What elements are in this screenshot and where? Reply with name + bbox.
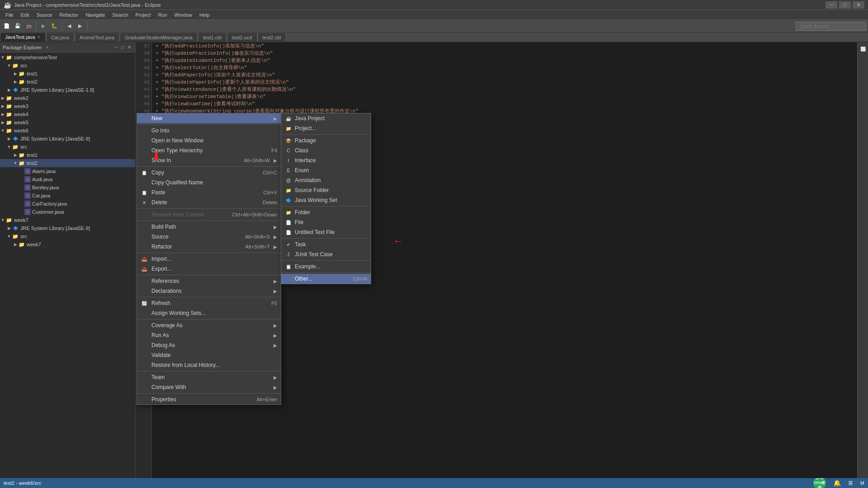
tree-item[interactable]: J Customer.java bbox=[0, 208, 135, 216]
cm-item[interactable]: 📋 Copy Ctrl+C bbox=[137, 168, 281, 178]
menu-navigate[interactable]: Navigate bbox=[82, 10, 108, 19]
cm-item[interactable]: 📋 Paste Ctrl+V bbox=[137, 188, 281, 197]
cm-item[interactable]: Assign Working Sets... bbox=[137, 308, 281, 318]
cm-item[interactable]: Run As ▶ bbox=[137, 330, 281, 340]
tab-javatest[interactable]: JavaTest.java ✕ bbox=[0, 33, 46, 42]
sm-item[interactable]: 📄 File bbox=[281, 217, 371, 227]
tree-item[interactable]: ▶ 📁 week2 bbox=[0, 94, 135, 102]
menu-window[interactable]: Window bbox=[171, 10, 196, 19]
package-explorer-tree[interactable]: ▼ 📁 comprehensiveTest ▼ 📁 src ▶ 📁 test1 … bbox=[0, 52, 135, 478]
menu-refactor[interactable]: Refactor bbox=[56, 10, 82, 19]
cm-item[interactable]: 📥 Import... bbox=[137, 254, 281, 264]
panel-max-btn[interactable]: □ bbox=[120, 44, 125, 50]
cm-item[interactable]: Declarations ▶ bbox=[137, 286, 281, 296]
toolbar-back[interactable]: ◀ bbox=[64, 21, 74, 31]
sm-item[interactable]: ✔ Task bbox=[281, 239, 371, 249]
close-button[interactable]: ✕ bbox=[853, 1, 864, 9]
tree-item[interactable]: J CarFactory.java bbox=[0, 200, 135, 208]
cm-item[interactable]: Build Path ▶ bbox=[137, 222, 281, 232]
tree-item[interactable]: J Car.java bbox=[0, 192, 135, 200]
cm-item[interactable]: Source Alt+Shift+S ▶ bbox=[137, 232, 281, 242]
tab-test2ucd[interactable]: test2.ucd bbox=[227, 33, 257, 42]
tree-item[interactable]: ▶ 📁 week3 bbox=[0, 102, 135, 110]
menu-help[interactable]: Help bbox=[196, 10, 213, 19]
quick-access-input[interactable] bbox=[796, 22, 866, 31]
sm-item[interactable]: J JUnit Test Case bbox=[281, 249, 371, 259]
cm-item[interactable]: 🔄 Refresh F5 bbox=[137, 298, 281, 308]
tab-test1cld[interactable]: test1.cld bbox=[198, 33, 226, 42]
cm-item[interactable]: References ▶ bbox=[137, 276, 281, 286]
sm-item[interactable]: ☕ Java Project bbox=[281, 113, 371, 123]
tab-animaltest[interactable]: AnimalTest.java bbox=[75, 33, 119, 42]
tree-item[interactable]: ▼ 📁 src bbox=[0, 232, 135, 240]
tree-item[interactable]: ▶ 📁 week7 bbox=[0, 240, 135, 249]
tree-item[interactable]: ▶ 📁 test2 bbox=[0, 78, 135, 86]
toolbar-debug[interactable]: 🐛 bbox=[49, 21, 59, 31]
tree-item[interactable]: ▼ 📁 src bbox=[0, 143, 135, 151]
cm-item[interactable]: New ▶ bbox=[137, 113, 281, 123]
tree-item[interactable]: ▶ 📁 week4 bbox=[0, 110, 135, 118]
menu-edit[interactable]: Edit bbox=[17, 10, 33, 19]
cm-item[interactable]: Refactor Alt+Shift+T ▶ bbox=[137, 242, 281, 252]
tree-item[interactable]: J Bentley.java bbox=[0, 183, 135, 192]
cm-item[interactable]: Copy Qualified Name bbox=[137, 178, 281, 188]
sm-item[interactable]: @ Annotation bbox=[281, 175, 371, 185]
sm-item[interactable]: E Enum bbox=[281, 165, 371, 175]
tab-test2cld[interactable]: test2.cld bbox=[258, 33, 286, 42]
toolbar-save-all[interactable]: 🗃 bbox=[24, 21, 33, 31]
sm-item[interactable]: 🔷 Java Working Set bbox=[281, 195, 371, 205]
minimize-button[interactable]: ─ bbox=[826, 1, 837, 9]
menu-run[interactable]: Run bbox=[155, 10, 171, 19]
sm-item[interactable]: C Class bbox=[281, 145, 371, 155]
tree-item[interactable]: ▼ 📁 comprehensiveTest bbox=[0, 53, 135, 61]
tree-item[interactable]: ▶ 🔷 JRE System Library [JavaSE-9] bbox=[0, 135, 135, 143]
panel-collapse-btn[interactable]: ─ bbox=[113, 44, 119, 50]
cm-item[interactable]: Restore from Local History... bbox=[137, 360, 281, 370]
tree-item[interactable]: ▶ 🔷 JRE System Library [JavaSE-1.8] bbox=[0, 86, 135, 94]
cm-item[interactable]: Validate bbox=[137, 350, 281, 360]
tree-item[interactable]: J Audi.java bbox=[0, 175, 135, 183]
tree-item[interactable]: ▼ 📁 test2 bbox=[0, 159, 135, 167]
panel-close-btn[interactable]: ✕ bbox=[126, 44, 132, 50]
sm-item[interactable]: 📦 Package bbox=[281, 136, 371, 145]
toolbar-new[interactable]: 📄 bbox=[2, 21, 12, 31]
tree-item[interactable]: J Alarm.java bbox=[0, 167, 135, 175]
right-panel-tab[interactable]: ⬜ bbox=[860, 46, 865, 52]
tree-item[interactable]: ▼ 📁 week6 bbox=[0, 127, 135, 135]
tree-item[interactable]: ▼ 📁 src bbox=[0, 61, 135, 70]
sm-item[interactable]: 📋 Example... bbox=[281, 262, 371, 272]
tree-item[interactable]: ▶ 📁 week5 bbox=[0, 118, 135, 127]
sm-item[interactable]: 📄 Untitled Text File bbox=[281, 227, 371, 237]
tree-item[interactable]: ▼ 📁 week7 bbox=[0, 216, 135, 224]
tree-item[interactable]: ▶ 📁 test1 bbox=[0, 70, 135, 78]
tab-cat[interactable]: Cat.java bbox=[46, 33, 74, 42]
sm-item[interactable]: Other... Ctrl+N bbox=[281, 274, 371, 284]
toolbar-save[interactable]: 💾 bbox=[13, 21, 23, 31]
cm-item[interactable]: Team ▶ bbox=[137, 372, 281, 382]
sm-item[interactable]: 📁 Project... bbox=[281, 123, 371, 133]
tree-item[interactable]: ▶ 📁 test1 bbox=[0, 151, 135, 159]
cm-item[interactable]: Open in New Window bbox=[137, 136, 281, 145]
cm-item[interactable]: Go Into bbox=[137, 126, 281, 136]
cm-item[interactable]: 📤 Export... bbox=[137, 264, 281, 274]
toolbar-fwd[interactable]: ▶ bbox=[75, 21, 85, 31]
cm-item[interactable]: ✕ Delete Delete bbox=[137, 197, 281, 207]
cm-item[interactable]: Coverage As ▶ bbox=[137, 320, 281, 330]
cm-item[interactable]: Compare With ▶ bbox=[137, 382, 281, 392]
tab-graduatestudentmanager[interactable]: GraduateStudentManager.java bbox=[120, 33, 198, 42]
menu-search[interactable]: Search bbox=[109, 10, 132, 19]
sm-item[interactable]: 📁 Folder bbox=[281, 207, 371, 217]
maximize-button[interactable]: □ bbox=[839, 1, 851, 9]
tree-icon: J bbox=[24, 209, 31, 215]
menu-source[interactable]: Source bbox=[33, 10, 56, 19]
toolbar-run[interactable]: ▶ bbox=[38, 21, 48, 31]
cm-item[interactable]: Debug As ▶ bbox=[137, 340, 281, 350]
tree-item[interactable]: ▶ 🔷 JRE System Library [JavaSE-9] bbox=[0, 224, 135, 232]
sm-item[interactable]: 📁 Source Folder bbox=[281, 185, 371, 195]
cm-item-right: Ctrl+C bbox=[263, 170, 277, 175]
cm-item[interactable]: Properties Alt+Enter bbox=[137, 394, 281, 404]
sm-item[interactable]: I Interface bbox=[281, 155, 371, 165]
tab-javatest-close[interactable]: ✕ bbox=[37, 35, 41, 39]
menu-project[interactable]: Project bbox=[132, 10, 154, 19]
menu-file[interactable]: File bbox=[2, 10, 17, 19]
